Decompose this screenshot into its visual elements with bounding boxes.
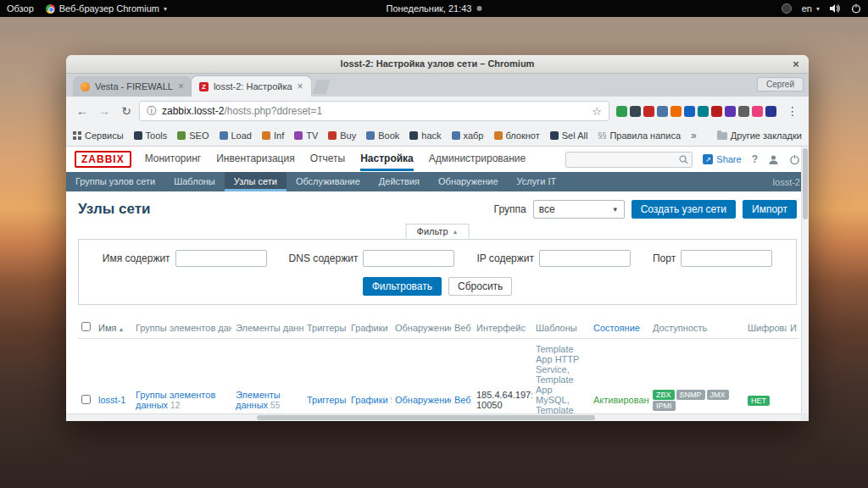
web-link[interactable]: Веб xyxy=(454,395,471,405)
volume-icon[interactable] xyxy=(830,3,841,14)
extension-icon[interactable] xyxy=(752,106,763,117)
import-button[interactable]: Импорт xyxy=(743,200,797,219)
extension-icon[interactable] xyxy=(616,106,627,117)
bookmark-star-icon[interactable]: ☆ xyxy=(592,105,602,118)
bookmark-item[interactable]: §§Правила написа xyxy=(598,130,681,141)
app-menu[interactable]: Веб-браузер Chromium ▾ xyxy=(46,3,167,14)
zabbix-logo[interactable]: ZABBIX xyxy=(75,151,131,168)
apply-filter-button[interactable]: Фильтровать xyxy=(363,277,442,296)
bookmark-item[interactable]: Load xyxy=(220,130,252,141)
bookmark-item[interactable]: Book xyxy=(366,130,399,141)
col-header-name[interactable]: Имя▲ xyxy=(95,317,132,339)
graphs-link[interactable]: Графики xyxy=(351,395,388,405)
search-input[interactable] xyxy=(565,152,693,168)
window-close-button[interactable]: × xyxy=(789,55,803,73)
nav-configuration[interactable]: Настройка xyxy=(360,147,414,171)
subnav-it-services[interactable]: Услуги IT xyxy=(508,172,566,191)
horizontal-scrollbar[interactable] xyxy=(66,413,801,421)
status-indicator-icon[interactable] xyxy=(782,3,792,14)
filter-name-input[interactable] xyxy=(175,250,267,267)
filter-dns-input[interactable] xyxy=(363,250,454,267)
group-select[interactable]: все ▼ xyxy=(533,200,625,219)
status-link[interactable]: Активировано xyxy=(593,395,649,405)
reload-button[interactable]: ↻ xyxy=(117,102,136,120)
subnav-maintenance[interactable]: Обслуживание xyxy=(287,172,370,191)
filter-port-input[interactable] xyxy=(681,250,772,267)
tab-vesta-firewall[interactable]: Vesta - FIREWALL × xyxy=(73,76,192,97)
forward-button[interactable]: → xyxy=(95,102,114,120)
create-host-button[interactable]: Создать узел сети xyxy=(632,200,736,219)
back-button[interactable]: ← xyxy=(73,102,92,120)
encryption-badge: НЕТ xyxy=(748,396,770,406)
bookmark-item[interactable]: Buy xyxy=(328,130,356,141)
browser-menu-icon[interactable]: ⋮ xyxy=(783,104,802,118)
discovery-link[interactable]: Обнаружение xyxy=(395,395,451,405)
horizontal-scrollbar-thumb[interactable] xyxy=(257,415,595,420)
extension-icon[interactable] xyxy=(657,106,668,117)
subnav-templates[interactable]: Шаблоны xyxy=(164,172,225,191)
bookmark-item[interactable]: Inf xyxy=(262,130,284,141)
col-header-status[interactable]: Состояние xyxy=(590,317,649,339)
extension-icon[interactable] xyxy=(738,106,749,117)
new-tab-button[interactable] xyxy=(312,80,331,94)
bookmark-label: Load xyxy=(231,130,252,141)
availability-badges: ZBXSNMPJMXIPMI xyxy=(649,339,744,422)
logout-icon[interactable] xyxy=(789,154,800,165)
bookmark-item[interactable]: блокнот xyxy=(494,130,540,141)
profile-icon[interactable] xyxy=(768,154,779,165)
share-button[interactable]: ↗ Share xyxy=(703,154,741,164)
bookmark-item[interactable]: hack xyxy=(409,130,441,141)
host-name-link[interactable]: losst-1 xyxy=(98,395,125,405)
extension-icon[interactable] xyxy=(698,106,709,117)
bookmark-item[interactable]: Sel All xyxy=(550,130,588,141)
bookmark-item-services[interactable]: Сервисы xyxy=(73,130,124,141)
activities-button[interactable]: Обзор xyxy=(7,3,34,14)
extension-icon[interactable] xyxy=(630,106,641,117)
bookmarks-overflow-icon[interactable]: » xyxy=(691,130,697,141)
select-all-checkbox[interactable] xyxy=(81,322,91,331)
triggers-link[interactable]: Триггеры xyxy=(307,395,346,405)
extension-icon[interactable] xyxy=(670,106,682,117)
extension-icon[interactable] xyxy=(643,106,654,117)
filter-toggle-tab[interactable]: Фильтр ▲ xyxy=(406,224,470,239)
nav-monitoring[interactable]: Мониторинг xyxy=(145,147,202,171)
bookmark-favicon xyxy=(294,131,303,140)
reset-filter-button[interactable]: Сбросить xyxy=(448,277,512,296)
subnav-discovery[interactable]: Обнаружение xyxy=(429,172,507,191)
vertical-scrollbar-thumb[interactable] xyxy=(803,148,808,219)
bookmark-item[interactable]: SEO xyxy=(177,130,209,141)
tab-close-icon[interactable]: × xyxy=(298,80,303,92)
row-checkbox[interactable] xyxy=(81,395,91,404)
nav-inventory[interactable]: Инвентаризация xyxy=(216,147,294,171)
bookmark-item[interactable]: хабр xyxy=(452,130,484,141)
bookmark-item[interactable]: TV xyxy=(294,130,318,141)
vertical-scrollbar[interactable] xyxy=(801,147,809,413)
help-button[interactable]: ? xyxy=(752,153,758,165)
extension-icon[interactable] xyxy=(684,106,695,117)
subnav-host-groups[interactable]: Группы узлов сети xyxy=(66,172,164,191)
clock[interactable]: Понедельник, 21:43 xyxy=(387,3,472,14)
bookmark-favicon: §§ xyxy=(598,131,606,140)
url-path: /hosts.php?ddreset=1 xyxy=(224,105,322,117)
nav-reports[interactable]: Отчеты xyxy=(310,147,345,171)
extension-icon[interactable] xyxy=(711,106,722,117)
bookmark-label: Tools xyxy=(146,130,168,141)
nav-administration[interactable]: Администрирование xyxy=(429,147,526,171)
window-titlebar[interactable]: losst-2: Настройка узлов сети – Chromium… xyxy=(66,55,809,74)
other-bookmarks-button[interactable]: Другие закладки xyxy=(717,130,802,141)
profile-button[interactable]: Сергей xyxy=(757,77,804,92)
tab-close-icon[interactable]: × xyxy=(178,80,184,92)
keyboard-layout-menu[interactable]: en ▾ xyxy=(802,3,820,14)
power-icon[interactable] xyxy=(851,3,861,14)
extension-icon[interactable] xyxy=(725,106,736,117)
templates-links[interactable]: Template App HTTP Service, Template App … xyxy=(536,344,583,421)
page-info-icon[interactable]: ⓘ xyxy=(147,104,157,119)
address-bar[interactable]: ⓘ zabbix.losst-2/hosts.php?ddreset=1 ☆ xyxy=(139,101,609,121)
filter-ip-input[interactable] xyxy=(539,250,631,267)
extension-icon[interactable] xyxy=(765,106,776,117)
subnav-hosts[interactable]: Узлы сети xyxy=(225,172,287,191)
tab-losst-settings[interactable]: Z losst-2: Настройка × xyxy=(192,76,311,97)
subnav-actions[interactable]: Действия xyxy=(370,172,429,191)
col-header-interface: Интерфейс xyxy=(473,317,532,339)
bookmark-item[interactable]: Tools xyxy=(134,130,168,141)
